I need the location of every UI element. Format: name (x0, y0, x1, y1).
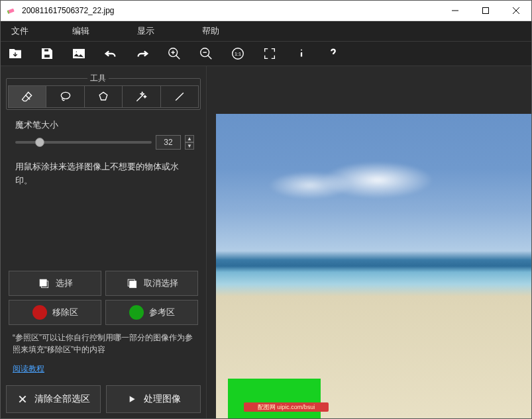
menu-view[interactable]: 显示 (127, 21, 165, 41)
tutorial-link[interactable]: 阅读教程 (6, 362, 201, 379)
zoom-fit-button[interactable] (260, 44, 279, 63)
remove-zone-button[interactable]: 移除区 (9, 300, 101, 325)
svg-point-9 (76, 51, 78, 53)
info-button[interactable] (292, 44, 311, 63)
reference-selection-overlay[interactable]: 配图网 uipic.com/bsui (228, 379, 321, 418)
save-button[interactable] (38, 44, 56, 63)
undo-button[interactable] (101, 44, 120, 63)
tool-line[interactable] (161, 85, 199, 108)
select-button[interactable]: 选择 (9, 271, 101, 296)
tool-magic-wand[interactable] (123, 85, 160, 108)
brush-size-down[interactable]: ▼ (185, 142, 194, 150)
app-icon (6, 5, 17, 16)
zoom-actual-button[interactable]: 1:1 (229, 44, 247, 63)
svg-line-15 (208, 56, 212, 60)
clouds-decoration (242, 154, 468, 207)
svg-rect-26 (130, 281, 136, 288)
svg-rect-3 (483, 8, 489, 14)
tool-lasso[interactable] (46, 85, 84, 108)
minimize-button[interactable] (440, 1, 470, 21)
brush-size-up[interactable]: ▲ (185, 135, 194, 142)
deselect-icon (125, 277, 138, 290)
image-preview[interactable]: 配图网 uipic.com/bsui (216, 114, 531, 418)
reference-note: “参照区”可以让你自行控制用哪一部分的图像作为参照来填充“移除区”中的内容 (6, 332, 201, 355)
open-button[interactable] (6, 44, 25, 63)
close-button[interactable] (501, 1, 531, 21)
tool-polygon[interactable] (85, 85, 123, 108)
canvas-area[interactable]: 配图网 uipic.com/bsui (206, 66, 531, 418)
reference-zone-color (129, 305, 144, 320)
clear-all-button[interactable]: 清除全部选区 (6, 385, 101, 413)
svg-point-19 (301, 50, 302, 51)
select-label: 选择 (56, 277, 73, 289)
svg-rect-23 (40, 279, 46, 286)
play-icon (127, 394, 137, 404)
deselect-button[interactable]: 取消选择 (105, 271, 198, 296)
process-label: 处理图像 (144, 393, 181, 405)
menubar: 文件 编辑 显示 帮助 (1, 21, 531, 41)
toolbar: 1:1 (1, 41, 531, 66)
svg-line-22 (176, 93, 184, 101)
svg-line-20 (26, 95, 30, 100)
clear-all-label: 清除全部选区 (34, 393, 90, 405)
reference-zone-button[interactable]: 参考区 (105, 300, 198, 325)
reference-zone-label: 参考区 (149, 306, 175, 318)
redo-button[interactable] (133, 44, 152, 63)
select-icon (37, 277, 50, 290)
clear-icon (17, 394, 28, 404)
image-button[interactable] (70, 44, 88, 63)
brush-size-slider[interactable] (15, 141, 152, 144)
menu-edit[interactable]: 编辑 (62, 21, 100, 41)
process-button[interactable]: 处理图像 (106, 385, 201, 413)
remove-zone-color (32, 305, 47, 320)
window-title: 200811617506372_22.jpg (22, 6, 440, 15)
remove-zone-label: 移除区 (52, 306, 78, 318)
svg-line-11 (176, 56, 180, 60)
tools-group: 工具 (6, 73, 201, 110)
menu-help[interactable]: 帮助 (191, 21, 230, 41)
svg-rect-6 (44, 49, 48, 52)
brush-size-control: 魔术笔大小 32 ▲ ▼ (6, 116, 201, 150)
tool-eraser[interactable] (8, 85, 46, 108)
zoom-out-button[interactable] (197, 44, 215, 63)
tools-legend: 工具 (87, 73, 109, 84)
titlebar: 200811617506372_22.jpg (1, 1, 531, 21)
svg-text:1:1: 1:1 (235, 51, 241, 57)
brush-size-label: 魔术笔大小 (15, 119, 194, 131)
menu-file[interactable]: 文件 (5, 21, 35, 41)
maximize-button[interactable] (470, 1, 501, 21)
svg-point-21 (61, 92, 70, 99)
deselect-label: 取消选择 (144, 277, 178, 289)
watermark-stamp: 配图网 uipic.com/bsui (244, 402, 329, 412)
side-panel: 工具 魔术笔大小 32 ▲ ▼ (1, 66, 206, 418)
help-button[interactable] (324, 44, 343, 63)
brush-size-value[interactable]: 32 (156, 135, 181, 150)
zoom-in-button[interactable] (165, 44, 184, 63)
instruction-text: 用鼠标涂抹来选择图像上不想要的物体或水印。 (6, 156, 201, 188)
svg-rect-7 (44, 54, 50, 58)
